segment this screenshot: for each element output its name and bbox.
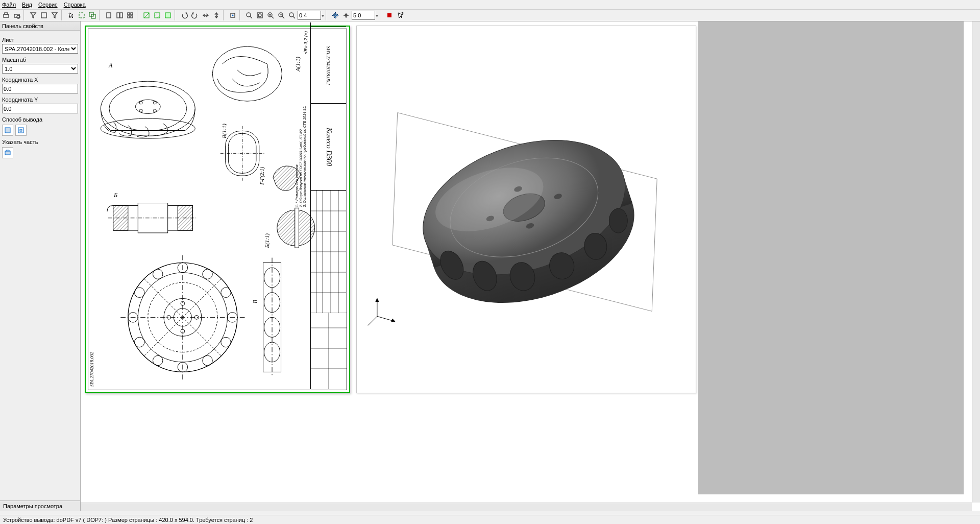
page-icon[interactable]: [104, 10, 114, 20]
menu-help[interactable]: Справка: [64, 0, 86, 9]
main-toolbar: ▾ ▾ ?: [0, 9, 980, 21]
rotate-cw-icon[interactable]: [190, 10, 200, 20]
svg-point-128: [609, 208, 627, 233]
svg-rect-62: [295, 208, 299, 248]
status-bar: Устройство вывода: doPDF v7 ( DOP7: ) Ра…: [0, 515, 980, 524]
sel-g2-icon[interactable]: [152, 10, 162, 20]
panel-title: Панель свойств: [0, 21, 80, 31]
title-block: SPA.27042018.002 Колесо D300: [310, 22, 346, 389]
scale-label: Масштаб: [2, 57, 78, 63]
svg-line-89: [144, 317, 183, 356]
pick-part-button[interactable]: [2, 147, 13, 158]
svg-point-74: [221, 288, 231, 297]
output-mode-row: [2, 125, 78, 136]
coordx-label: Координата X: [2, 77, 78, 83]
svg-point-44: [101, 81, 195, 136]
tb-code: SPA.27042018.002: [311, 27, 346, 103]
move-step-input[interactable]: [352, 11, 375, 20]
zoom-realtime-icon[interactable]: [287, 10, 297, 20]
sheet-label: Лист: [2, 37, 78, 43]
canvas[interactable]: SPA.27042018.002 √Ra 3,2 (√) А Б А(1:1) …: [81, 21, 972, 503]
zoom-fit-icon[interactable]: [255, 10, 265, 20]
whatsthis-icon[interactable]: ?: [395, 10, 405, 20]
select-rect-icon[interactable]: [77, 10, 87, 20]
svg-line-86: [183, 278, 222, 317]
props-icon[interactable]: [39, 10, 49, 20]
menu-view[interactable]: Вид: [22, 0, 32, 9]
snap-icon[interactable]: [228, 10, 238, 20]
svg-line-24: [250, 16, 252, 18]
print-icon[interactable]: [1, 10, 11, 20]
svg-point-23: [247, 13, 251, 17]
svg-rect-11: [128, 13, 130, 15]
svg-rect-37: [387, 13, 391, 17]
svg-line-18: [155, 13, 158, 16]
coordy-label: Координата Y: [2, 97, 78, 103]
svg-point-82: [134, 288, 144, 297]
flip-h-icon[interactable]: [201, 10, 211, 20]
grey-background: [698, 21, 964, 494]
rotate-ccw-icon[interactable]: [179, 10, 189, 20]
svg-rect-14: [131, 16, 133, 18]
flip-v-icon[interactable]: [211, 10, 222, 20]
output-mode-2[interactable]: [15, 125, 27, 136]
svg-point-73: [203, 269, 212, 279]
svg-point-80: [134, 337, 144, 347]
viewport: SPA.27042018.002 √Ra 3,2 (√) А Б А(1:1) …: [81, 21, 980, 511]
pages-2-icon[interactable]: [114, 10, 125, 20]
svg-rect-1: [5, 13, 8, 14]
drawing-views: [88, 29, 347, 387]
svg-rect-5: [79, 13, 84, 18]
scrollbar-vertical[interactable]: [972, 21, 980, 503]
coordy-input[interactable]: [2, 104, 78, 113]
sel-g1-icon[interactable]: [141, 10, 152, 20]
panel-tab[interactable]: Параметры просмотра: [0, 501, 80, 511]
tb-name: Колесо D300: [311, 103, 346, 190]
zoom-in-icon[interactable]: [265, 10, 276, 20]
zoom-out-icon[interactable]: [276, 10, 286, 20]
svg-line-19: [157, 15, 160, 18]
zoom-scale-input[interactable]: [298, 11, 321, 20]
scrollbar-horizontal[interactable]: [81, 503, 972, 511]
svg-point-26: [258, 14, 261, 17]
menu-file[interactable]: Файл: [2, 0, 16, 9]
output-mode-1[interactable]: [2, 125, 13, 136]
pages-grid-icon[interactable]: [125, 10, 135, 20]
svg-rect-20: [165, 13, 170, 18]
menu-bar: Файл Вид Сервис Справка: [0, 0, 980, 9]
svg-line-87: [144, 278, 183, 317]
svg-rect-13: [128, 16, 130, 18]
move-precise-icon[interactable]: [341, 10, 351, 20]
svg-rect-4: [41, 13, 46, 18]
sheet-combo[interactable]: SPA.27042018.002 - Колесо: [2, 44, 78, 54]
drawing-sheet[interactable]: SPA.27042018.002 √Ra 3,2 (√) А Б А(1:1) …: [85, 26, 350, 393]
svg-point-76: [221, 337, 231, 347]
svg-point-52: [212, 46, 282, 101]
model-3d: [357, 26, 696, 393]
coordx-input[interactable]: [2, 84, 78, 93]
model-sheet[interactable]: [356, 26, 696, 393]
print-preview-icon[interactable]: [12, 10, 22, 20]
svg-rect-10: [120, 13, 122, 18]
svg-line-30: [272, 16, 274, 18]
svg-line-35: [293, 16, 295, 18]
svg-rect-42: [5, 151, 10, 155]
svg-line-16: [144, 13, 149, 18]
properties-panel: Панель свойств Лист SPA.27042018.002 - К…: [0, 21, 81, 511]
svg-point-79: [153, 355, 162, 365]
svg-line-88: [183, 317, 222, 356]
stop-icon[interactable]: [384, 10, 395, 20]
filter-icon[interactable]: [50, 10, 60, 20]
sel-g3-icon[interactable]: [163, 10, 173, 20]
output-label: Способ вывода: [2, 116, 78, 123]
select-add-icon[interactable]: [87, 10, 97, 20]
menu-service[interactable]: Сервис: [38, 0, 58, 9]
svg-line-113: [368, 316, 377, 325]
svg-rect-9: [117, 13, 119, 18]
pan-icon[interactable]: [330, 10, 340, 20]
zoom-window-icon[interactable]: [244, 10, 254, 20]
scale-combo[interactable]: 1.0: [2, 64, 78, 74]
pointer-icon[interactable]: [66, 10, 76, 20]
svg-rect-8: [107, 13, 111, 18]
toggle-panel-icon[interactable]: [28, 10, 38, 20]
